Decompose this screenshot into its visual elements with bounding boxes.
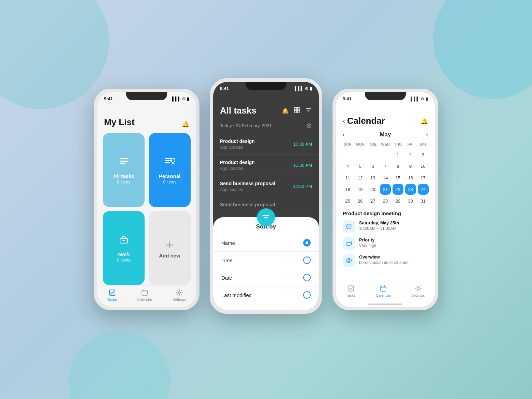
cal-day-8[interactable]: 8 [393,161,403,172]
svg-rect-9 [109,290,115,295]
task-item-3[interactable]: Send business proposal App updates 12:30… [213,176,319,197]
grid-view-icon[interactable] [294,107,300,115]
radio-dot [306,241,308,244]
cal-day-empty [380,149,391,160]
sort-option-lastmodified[interactable]: Last modified [213,286,319,304]
svg-rect-19 [381,286,386,291]
sort-option-time[interactable]: Time [213,252,319,269]
cal-day-11[interactable]: 11 [342,172,353,183]
phone3-bottom-nav: Tasks Calendar Setti [336,282,435,302]
card-all-tasks-icon [118,156,130,171]
cal-day-25[interactable]: 25 [342,195,353,206]
phone3-screen: 9:41 ▌▌▌ ⊙ ▮ ‹ Calendar 🔔 ‹ May [336,92,435,307]
card-all-tasks[interactable]: All tasks 0 items [103,133,145,207]
cal-prev-icon[interactable]: ‹ [343,131,345,138]
phone1-time: 9:41 [104,96,113,101]
cal-day-6[interactable]: 6 [367,161,378,172]
cal-day-29[interactable]: 29 [393,195,403,206]
phone1-header: My List 🔔 [97,103,196,133]
phone3-wifi-icon: ⊙ [421,97,424,101]
cal-day-28[interactable]: 28 [380,195,391,206]
sort-date-radio[interactable] [303,274,311,281]
home-indicator [336,302,435,307]
cal-day-4[interactable]: 4 [342,161,353,172]
card-work[interactable]: Work 0 items [103,211,145,285]
nav3-settings[interactable]: Settings [411,285,425,297]
phone-my-list: 9:41 ▌▌▌ ⊙ ▮ My List 🔔 [94,89,200,310]
cal-day-15[interactable]: 15 [393,172,403,183]
nav-settings[interactable]: Settings [173,289,186,301]
sort-lastmodified-radio[interactable] [303,291,311,299]
sort-name-radio[interactable] [303,239,311,247]
calendar-grid: SUN MON TUE WED THU FRI SAT 1 [336,141,435,206]
svg-rect-0 [120,158,128,159]
cal-day-2[interactable]: 2 [405,149,416,160]
svg-point-20 [417,287,419,290]
cal-day-10[interactable]: 10 [418,161,429,172]
cal-day-12[interactable]: 12 [355,172,366,183]
task-info-2: Product design App updates [220,160,255,171]
cal-day-23[interactable]: 23 [405,184,416,195]
task-time-1: 10:30 AM [293,142,312,147]
cal-day-7[interactable]: 7 [380,161,391,172]
phone-calendar: 9:41 ▌▌▌ ⊙ ▮ ‹ Calendar 🔔 ‹ May [332,89,438,310]
nav-settings-label: Settings [173,297,186,301]
event-priority-content: Priority Very high [359,237,376,248]
card-add-label: Add new [159,253,180,258]
filter-icon[interactable] [305,107,312,115]
cal-day-30[interactable]: 30 [405,195,416,206]
sort-option-date[interactable]: Date [213,269,319,286]
cal-day-31[interactable]: 31 [418,195,429,206]
phone2-screen: 9:41 ▌▌▌ ⊙ ▮ All tasks 🔔 [213,82,319,310]
cal-day-24[interactable]: 24 [418,184,429,195]
cal-day-empty [342,149,353,160]
cal-month-label: May [380,131,391,138]
card-personal[interactable]: Personal 0 items [149,133,191,207]
cal-day-5[interactable]: 5 [355,161,366,172]
cal-day-22[interactable]: 22 [393,184,403,195]
cal-day-3[interactable]: 3 [418,149,429,160]
cal-day-16[interactable]: 16 [405,172,416,183]
card-personal-label: Personal [159,173,180,179]
task-info-4: Send business proposal [220,202,275,208]
phone2-signal-icon: ▌▌▌ [295,86,304,91]
cal-day-21[interactable]: 21 [380,184,391,195]
dow-fri: FRI [404,141,417,148]
cal-day-20[interactable]: 20 [367,184,378,195]
cal-day-26[interactable]: 26 [355,195,366,206]
nav-calendar[interactable]: Calendar [137,289,152,301]
sort-fab-button[interactable] [257,208,275,226]
dow-tue: TUE [367,141,379,148]
phone1-notch [126,92,167,100]
cal-day-13[interactable]: 13 [367,172,378,183]
card-all-tasks-label: All tasks [113,173,134,179]
cal-day-27[interactable]: 27 [367,195,378,206]
back-arrow-icon[interactable]: ‹ [343,117,345,125]
nav3-tasks[interactable]: Tasks [346,285,356,297]
task-info-3: Send business proposal App updates [220,181,275,192]
task-sub-2: App updates [220,166,255,171]
phone2-wifi-icon: ⊙ [305,86,308,91]
task-name-2: Product design [220,160,255,165]
cal-day-17[interactable]: 17 [418,172,429,183]
cal-day-empty [355,149,366,160]
cal-day-19[interactable]: 19 [355,184,366,195]
phone3-time: 9:41 [343,96,352,101]
sort-option-name[interactable]: Name [213,234,319,252]
cal-day-1[interactable]: 1 [393,149,403,160]
task-item-2[interactable]: Product design App updates 11:30 AM [213,155,319,176]
phone2-bell-icon[interactable]: 🔔 [282,107,289,114]
phone3-bell-icon[interactable]: 🔔 [420,117,428,125]
nav3-calendar[interactable]: Calendar [376,285,391,297]
task-item-1[interactable]: Product design App updates 10:30 AM [213,134,319,155]
cal-next-icon[interactable]: › [426,131,428,138]
cal-day-14[interactable]: 14 [380,172,391,183]
card-add-new[interactable]: + Add new [149,211,191,285]
cal-day-18[interactable]: 18 [342,184,353,195]
phone2-add-btn[interactable]: ⊕ [306,121,312,130]
cal-day-9[interactable]: 9 [405,161,416,172]
event-priority-icon-box [343,237,355,250]
phone1-bell-icon[interactable]: 🔔 [182,120,189,128]
nav-tasks[interactable]: Tasks [107,289,117,301]
sort-time-radio[interactable] [303,256,311,264]
